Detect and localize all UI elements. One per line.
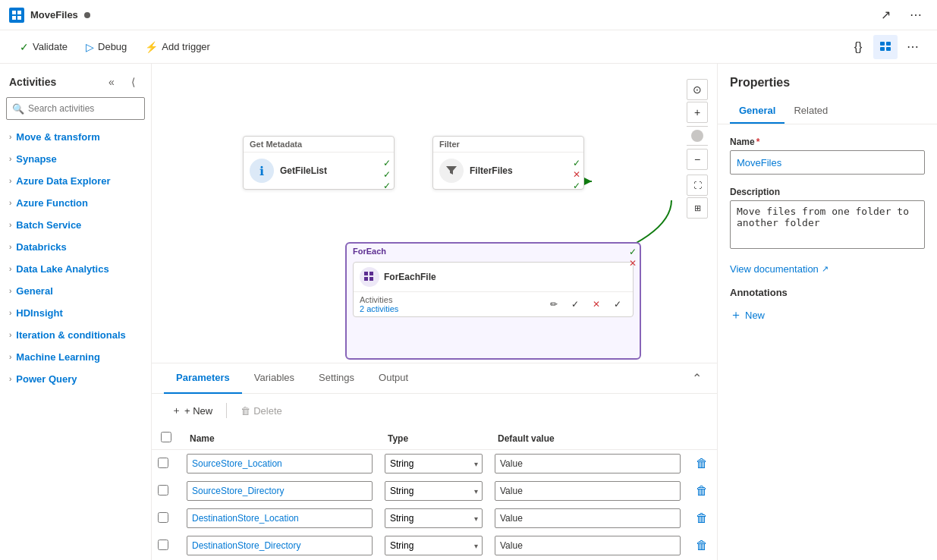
param-type-select[interactable]: StringIntFloatBoolArrayObjectSecureStrin… — [385, 454, 483, 473]
row-checkbox[interactable] — [158, 512, 168, 523]
search-input[interactable] — [6, 97, 145, 120]
zoom-to-fit-button[interactable]: ⊙ — [687, 79, 708, 100]
sidebar-item-hdinsight[interactable]: › HDInsight — [0, 302, 151, 324]
param-name-input[interactable] — [187, 481, 373, 501]
param-name-input[interactable] — [187, 454, 373, 473]
search-icon: 🔍 — [12, 103, 24, 115]
fit-view-button[interactable]: ⛶ — [687, 175, 708, 196]
param-type-select[interactable]: StringIntFloatBoolArrayObjectSecureStrin… — [385, 508, 483, 528]
expand-icon[interactable]: ↗ — [873, 3, 898, 27]
canvas-controls: ⊙ + − ⛶ ⊞ — [687, 79, 708, 219]
arrow-icon: › — [9, 375, 11, 383]
param-value-input[interactable] — [495, 536, 681, 555]
sidebar-item-move-transform[interactable]: › Move & transform — [0, 126, 151, 148]
arrow-icon: › — [9, 265, 11, 273]
sidebar-item-power-query[interactable]: › Power Query — [0, 368, 151, 390]
split-view-button[interactable]: ⊞ — [687, 197, 708, 219]
check-icon: ✓ — [383, 158, 391, 168]
app-title: MoveFiles — [30, 9, 78, 20]
param-value-input[interactable] — [495, 481, 681, 501]
param-name-input[interactable] — [187, 536, 373, 555]
sidebar-item-data-lake-analytics[interactable]: › Data Lake Analytics — [0, 258, 151, 280]
get-metadata-icon: ℹ — [250, 159, 274, 183]
view-docs-link[interactable]: View documentation ↗ — [730, 263, 925, 275]
param-type-select[interactable]: StringIntFloatBoolArrayObjectSecureStrin… — [385, 536, 483, 555]
name-input[interactable] — [730, 150, 925, 175]
sidebar-item-batch-service[interactable]: › Batch Service — [0, 214, 151, 236]
new-param-button[interactable]: ＋ + New — [164, 400, 220, 421]
check-icon: ✓ — [573, 158, 580, 168]
zoom-out-button[interactable]: − — [687, 149, 708, 170]
sidebar-item-machine-learning[interactable]: › Machine Learning — [0, 346, 151, 368]
zoom-in-button[interactable]: + — [687, 102, 708, 123]
debug-button[interactable]: ▷ Debug — [78, 37, 134, 57]
sidebar-item-label: Synapse — [16, 153, 56, 165]
delete-foreach-button[interactable]: ✕ — [587, 295, 605, 313]
foreach-inner[interactable]: ForEachFile ✓ ✕ Activities 2 activities … — [353, 262, 634, 317]
check-icon: ✓ — [629, 247, 637, 257]
check-foreach-button[interactable]: ✓ — [566, 295, 584, 313]
row-checkbox[interactable] — [158, 458, 168, 468]
select-all-checkbox[interactable] — [161, 432, 171, 442]
collapse-icon[interactable]: « — [102, 73, 121, 91]
edit-foreach-button[interactable]: ✏ — [545, 295, 563, 313]
sidebar-items-list: › Move & transform › Synapse › Azure Dat… — [0, 126, 151, 560]
tab-general[interactable]: General — [730, 99, 785, 124]
top-bar: MoveFiles ↗ ⋯ — [0, 0, 937, 30]
trigger-icon: ⚡ — [145, 41, 158, 53]
trash-icon: 🗑 — [241, 405, 250, 417]
sidebar-item-label: Move & transform — [16, 131, 100, 143]
delete-row-button[interactable]: 🗑 — [693, 536, 711, 555]
params-table-wrapper: Name Type Default value StringIntFloatBo… — [152, 427, 717, 559]
get-metadata-node[interactable]: Get Metadata ℹ GetFileList ✓ ✓ ✓ — [243, 136, 395, 190]
canvas-area[interactable]: Get Metadata ℹ GetFileList ✓ ✓ ✓ Filter — [152, 64, 717, 363]
get-metadata-body: ℹ GetFileList — [244, 153, 394, 189]
shrink-icon[interactable]: ⟨ — [124, 73, 142, 91]
tab-parameters[interactable]: Parameters — [164, 363, 242, 394]
filter-node[interactable]: Filter FilterFiles ✓ ✕ ✓ — [432, 136, 584, 190]
delete-row-button[interactable]: 🗑 — [693, 455, 711, 473]
sidebar-item-azure-function[interactable]: › Azure Function — [0, 192, 151, 214]
toolbar-more-icon[interactable]: ⋯ — [901, 35, 925, 59]
param-name-input[interactable] — [187, 508, 373, 528]
sidebar-item-azure-data-explorer[interactable]: › Azure Data Explorer — [0, 170, 151, 192]
row-checkbox[interactable] — [158, 485, 168, 496]
row-checkbox[interactable] — [158, 540, 168, 550]
get-metadata-name: GetFileList — [280, 165, 327, 176]
collapse-bottom-icon[interactable]: ⌃ — [689, 368, 705, 389]
sidebar-item-databricks[interactable]: › Databricks — [0, 236, 151, 258]
tab-settings[interactable]: Settings — [307, 363, 366, 394]
validate-icon: ✓ — [20, 41, 29, 53]
more-options-icon[interactable]: ⋯ — [904, 3, 928, 27]
zoom-divider — [687, 126, 708, 127]
delete-row-button[interactable]: 🗑 — [693, 509, 711, 527]
code-view-button[interactable]: {} — [846, 35, 870, 59]
svg-rect-5 — [886, 42, 891, 46]
foreach-container[interactable]: ForEach ForEachFile ✓ ✕ — [345, 242, 641, 360]
param-value-input[interactable] — [495, 454, 681, 473]
tab-output[interactable]: Output — [366, 363, 420, 394]
arrow-icon: › — [9, 353, 11, 361]
delete-row-button[interactable]: 🗑 — [693, 482, 711, 500]
sidebar-item-synapse[interactable]: › Synapse — [0, 148, 151, 170]
add-trigger-button[interactable]: ⚡ Add trigger — [137, 37, 218, 57]
validate-button[interactable]: ✓ Validate — [12, 37, 75, 57]
properties-content: Name * Description Move files from one f… — [718, 124, 937, 351]
new-annotation-button[interactable]: ＋ New — [730, 304, 765, 326]
name-column-header: Name — [181, 427, 379, 450]
filter-body: FilterFiles — [433, 153, 583, 189]
sidebar-item-general[interactable]: › General — [0, 280, 151, 302]
tab-related[interactable]: Related — [785, 99, 837, 124]
delete-param-button[interactable]: 🗑 Delete — [233, 401, 290, 420]
svg-rect-10 — [369, 272, 373, 275]
param-type-select[interactable]: StringIntFloatBoolArrayObjectSecureStrin… — [385, 481, 483, 501]
foreach-inner-header: ForEachFile ✓ ✕ — [354, 263, 633, 291]
param-value-input[interactable] — [495, 508, 681, 528]
get-metadata-header: Get Metadata — [244, 137, 394, 153]
more-foreach-button[interactable]: ✓ — [608, 295, 627, 313]
description-input[interactable]: Move files from one folder to another fo… — [730, 200, 925, 249]
tab-variables[interactable]: Variables — [242, 363, 307, 394]
visual-view-button[interactable] — [873, 35, 898, 59]
arrow-icon: › — [9, 221, 11, 229]
sidebar-item-iteration-conditionals[interactable]: › Iteration & conditionals — [0, 324, 151, 346]
